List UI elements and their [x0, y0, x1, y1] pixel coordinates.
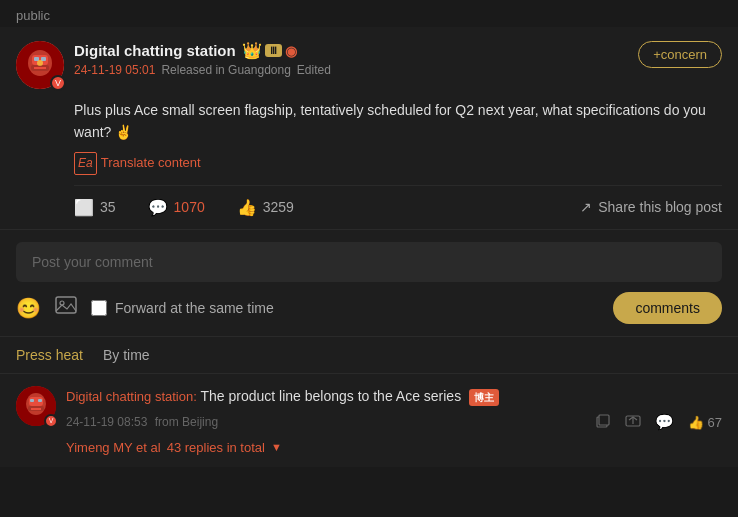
post-text: Plus plus Ace small screen flagship, ten… — [74, 102, 706, 140]
post-info: 24-11-19 05:01 Released in Guangdong Edi… — [74, 63, 331, 77]
author-badges: 👑 Ⅲ ◉ — [242, 41, 297, 60]
comment-meta: 24-11-19 08:53 from Beijing — [66, 413, 722, 432]
share-count: 35 — [100, 199, 116, 215]
post-header: V Digital chatting station 👑 Ⅲ ◉ 24-11-1… — [16, 41, 722, 89]
emoji-icon[interactable]: 😊 — [16, 296, 41, 320]
translate-link[interactable]: Ea Translate content — [74, 152, 722, 175]
share-blog-label: Share this blog post — [598, 199, 722, 215]
like-action[interactable]: 👍 3259 — [237, 198, 294, 217]
comment-like[interactable]: 👍 67 — [688, 415, 722, 430]
translate-icon: Ea — [74, 152, 97, 175]
concern-button[interactable]: +concern — [638, 41, 722, 68]
comment-author: Digital chatting station: — [66, 389, 197, 404]
comment-avatar: V — [16, 386, 56, 426]
comment-count: 1070 — [174, 199, 205, 215]
level-badge: Ⅲ — [265, 44, 282, 57]
verified-icon: ◉ — [285, 43, 297, 59]
comment-input-area: 😊 Forward at the same time comments — [0, 230, 738, 337]
replies-count: 43 replies in total — [167, 440, 265, 455]
crown-icon: 👑 — [242, 41, 262, 60]
share-icon: ⬜ — [74, 198, 94, 217]
image-upload-icon[interactable] — [55, 294, 77, 321]
sort-tab-press-heat[interactable]: Press heat — [16, 347, 83, 363]
comment-row: V Digital chatting station: The product … — [0, 374, 738, 467]
svg-point-7 — [37, 60, 43, 66]
comment-like-count: 67 — [708, 415, 722, 430]
sort-tabs: Press heat By time — [0, 337, 738, 374]
post-author: Digital chatting station 👑 Ⅲ ◉ — [74, 41, 331, 60]
svg-rect-8 — [56, 297, 76, 313]
share-blog-action[interactable]: ↗ Share this blog post — [580, 199, 722, 215]
comment-input[interactable] — [16, 242, 722, 282]
submit-comment-button[interactable]: comments — [613, 292, 722, 324]
post-content: Plus plus Ace small screen flagship, ten… — [74, 99, 722, 175]
svg-rect-14 — [38, 399, 42, 402]
comment-reply-icon[interactable]: 💬 — [655, 413, 674, 431]
forward-checkbox[interactable] — [91, 300, 107, 316]
comment-share-icon[interactable] — [625, 413, 641, 432]
svg-rect-18 — [599, 415, 609, 425]
post-location: Released in Guangdong — [161, 63, 290, 77]
svg-rect-16 — [31, 408, 41, 410]
svg-rect-13 — [30, 399, 34, 402]
post-header-left: V Digital chatting station 👑 Ⅲ ◉ 24-11-1… — [16, 41, 331, 89]
post-time: 24-11-19 05:01 — [74, 63, 155, 77]
like-thumb-icon: 👍 — [688, 415, 704, 430]
svg-rect-4 — [41, 57, 46, 61]
host-badge: 博主 — [469, 389, 499, 406]
comment-body: Digital chatting station: The product li… — [66, 386, 722, 455]
sort-tab-by-time[interactable]: By time — [103, 347, 150, 363]
like-count: 3259 — [263, 199, 294, 215]
comment-avatar-badge: V — [44, 414, 58, 428]
visibility-label: public — [0, 0, 738, 27]
avatar: V — [16, 41, 64, 89]
forward-label: Forward at the same time — [115, 300, 274, 316]
comment-text: Digital chatting station: The product li… — [66, 386, 722, 407]
author-name: Digital chatting station — [74, 42, 236, 59]
avatar-badge: V — [50, 75, 66, 91]
comment-time: 24-11-19 08:53 from Beijing — [66, 415, 218, 429]
share-action[interactable]: ⬜ 35 — [74, 198, 116, 217]
comment-tools: 😊 Forward at the same time comments — [16, 292, 722, 324]
comment-action[interactable]: 💬 1070 — [148, 198, 205, 217]
comment-icon: 💬 — [148, 198, 168, 217]
translate-label: Translate content — [101, 153, 201, 174]
comment-content: The product line belongs to the Ace seri… — [200, 388, 461, 404]
post-card: V Digital chatting station 👑 Ⅲ ◉ 24-11-1… — [0, 27, 738, 230]
share-blog-icon: ↗ — [580, 199, 592, 215]
post-actions: ⬜ 35 💬 1070 👍 3259 ↗ Share this blog pos… — [74, 185, 722, 229]
svg-rect-3 — [34, 57, 39, 61]
chevron-down-icon: ▼ — [271, 441, 282, 453]
like-icon: 👍 — [237, 198, 257, 217]
replies-row[interactable]: Yimeng MY et al 43 replies in total ▼ — [66, 440, 722, 455]
comment-copy-icon[interactable] — [595, 413, 611, 432]
post-meta: Digital chatting station 👑 Ⅲ ◉ 24-11-19 … — [74, 41, 331, 77]
svg-rect-6 — [34, 67, 46, 69]
comment-actions-right: 💬 👍 67 — [595, 413, 722, 432]
forward-checkbox-label[interactable]: Forward at the same time — [91, 300, 274, 316]
replies-users: Yimeng MY et al — [66, 440, 161, 455]
post-edited: Edited — [297, 63, 331, 77]
